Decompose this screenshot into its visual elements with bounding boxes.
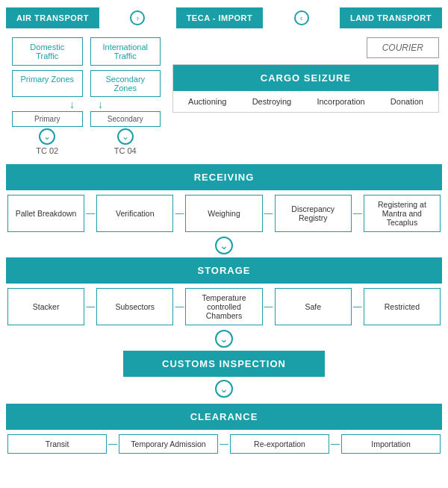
connector-left-icon: ‹ — [294, 10, 309, 25]
clearance-item-transit: Transit — [7, 434, 107, 454]
sep8-icon: — — [352, 288, 364, 325]
clearance-item-temporary: Temporary Admission — [119, 434, 218, 454]
cargo-seizure-panel: CARGO SEIZURE Auctioning Destroying Inco… — [172, 64, 439, 113]
receiving-item-discrepancy: Discrepancy Registry — [275, 195, 352, 232]
sep11-icon: — — [329, 434, 341, 454]
sep6-icon: — — [173, 288, 185, 325]
storage-item-restricted: Restricted — [364, 288, 441, 325]
seizure-item-incorporation: Incorporation — [317, 97, 364, 106]
primary-label: Primary — [12, 111, 83, 127]
customs-inspection-header: CUSTOMS INSPECTION — [123, 351, 325, 377]
seizure-item-auctioning: Auctioning — [188, 97, 226, 106]
storage-item-subsectors: Subsectors — [96, 288, 173, 325]
receiving-item-verification: Verification — [96, 195, 173, 232]
sep1-icon: — — [84, 195, 96, 232]
receiving-item-registering: Registering at Mantra and Tecaplus — [364, 195, 441, 232]
storage-down-arrow-icon: ⌄ — [215, 330, 233, 348]
primary-zones-box: Primary Zones — [12, 70, 83, 97]
tc04-circle-icon: ⌄ — [117, 128, 134, 145]
sep7-icon: — — [263, 288, 275, 325]
secondary-zones-box: Secondary Zones — [90, 70, 161, 97]
air-transport-box: AIR TRANSPORT — [6, 7, 99, 28]
storage-item-temp: Temperature controlled Chambers — [185, 288, 262, 325]
courier-box: COURIER — [367, 37, 439, 58]
storage-item-stacker: Stacker — [7, 288, 84, 325]
clearance-header: CLEARANCE — [6, 404, 442, 430]
sep4-icon: — — [352, 195, 364, 232]
sep2-icon: — — [173, 195, 185, 232]
tc02-box: ⌄ TC 02 — [12, 128, 83, 155]
sep10-icon: — — [218, 434, 230, 454]
seizure-item-donation: Donation — [391, 97, 423, 106]
clearance-item-reexportation: Re-exportation — [230, 434, 329, 454]
domestic-traffic-box: Domestic Traffic — [12, 37, 83, 66]
receiving-down-arrow-icon: ⌄ — [215, 237, 233, 254]
tc04-box: ⌄ TC 04 — [90, 128, 161, 155]
secondary-label: Secondary — [90, 111, 161, 127]
connector-right-icon: › — [130, 10, 145, 25]
sep5-icon: — — [84, 288, 96, 325]
international-traffic-box: International Traffic — [90, 37, 161, 66]
receiving-item-weighing: Weighing — [185, 195, 262, 232]
storage-header: STORAGE — [6, 257, 442, 284]
tc02-circle-icon: ⌄ — [39, 128, 55, 145]
land-transport-box: LAND TRANSPORT — [340, 7, 442, 28]
customs-down-arrow-icon: ⌄ — [215, 380, 233, 398]
arrow-down-zones: ↓ ↓ — [9, 98, 164, 110]
storage-item-safe: Safe — [275, 288, 352, 325]
sep9-icon: — — [107, 434, 119, 454]
teca-import-box: TECA - IMPORT — [176, 7, 264, 28]
sep3-icon: — — [263, 195, 275, 232]
receiving-item-pallet: Pallet Breakdown — [7, 195, 84, 232]
clearance-item-importation: Importation — [341, 434, 441, 454]
receiving-header: RECEIVING — [6, 164, 442, 190]
seizure-item-destroying: Destroying — [252, 97, 292, 106]
cargo-seizure-header: CARGO SEIZURE — [173, 65, 438, 91]
